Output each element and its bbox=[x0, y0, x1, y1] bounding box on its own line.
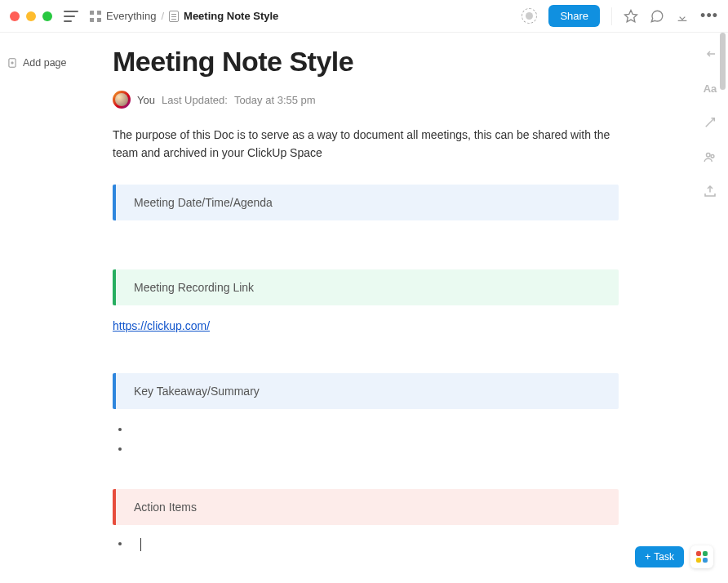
topbar: Everything / Meeting Note Style Share ••… bbox=[0, 0, 728, 33]
export-icon[interactable] bbox=[702, 183, 718, 199]
doc-icon bbox=[169, 11, 179, 22]
maximize-window-button[interactable] bbox=[42, 11, 52, 21]
right-tools: Aa bbox=[702, 46, 718, 199]
collapse-icon[interactable] bbox=[676, 10, 689, 23]
svg-point-2 bbox=[707, 154, 711, 158]
font-icon[interactable]: Aa bbox=[702, 80, 718, 96]
meta-row: You Last Updated: Today at 3:55 pm bbox=[113, 91, 619, 109]
topbar-right: Share ••• bbox=[522, 5, 718, 27]
add-page-label: Add page bbox=[23, 57, 67, 69]
menu-icon[interactable] bbox=[64, 11, 78, 22]
scrollbar[interactable] bbox=[720, 33, 726, 583]
page-title[interactable]: Meeting Note Style bbox=[113, 46, 619, 78]
action-items-list[interactable] bbox=[113, 536, 619, 554]
settings-icon[interactable] bbox=[522, 8, 537, 24]
collaborators-icon[interactable] bbox=[702, 149, 718, 165]
apps-grid-icon bbox=[696, 551, 708, 563]
task-label: Task bbox=[654, 551, 674, 563]
more-icon[interactable]: ••• bbox=[700, 7, 718, 24]
close-window-button[interactable] bbox=[10, 11, 20, 21]
apps-button[interactable] bbox=[690, 545, 713, 568]
recording-link[interactable]: https://clickup.com/ bbox=[113, 319, 210, 332]
divider bbox=[611, 7, 612, 25]
breadcrumb-separator: / bbox=[161, 10, 164, 22]
task-button[interactable]: + Task bbox=[635, 546, 684, 567]
intro-text[interactable]: The purpose of this Doc is to serve as a… bbox=[113, 127, 619, 162]
window-controls bbox=[10, 11, 52, 21]
list-item[interactable] bbox=[131, 442, 619, 460]
avatar[interactable] bbox=[113, 91, 131, 109]
list-item[interactable] bbox=[131, 422, 619, 440]
banner-recording-link[interactable]: Meeting Recording Link bbox=[113, 269, 619, 305]
bottom-actions: + Task bbox=[635, 545, 713, 568]
share-button[interactable]: Share bbox=[548, 5, 600, 27]
comment-icon[interactable] bbox=[650, 9, 664, 24]
minimize-window-button[interactable] bbox=[26, 11, 36, 21]
meta-updated-time: Today at 3:55 pm bbox=[234, 94, 316, 106]
banner-meeting-date[interactable]: Meeting Date/Time/Agenda bbox=[113, 185, 619, 220]
breadcrumb: Everything / Meeting Note Style bbox=[90, 10, 278, 22]
svg-marker-0 bbox=[625, 10, 637, 21]
content-area: Meeting Note Style You Last Updated: Tod… bbox=[82, 33, 728, 583]
takeaway-list[interactable] bbox=[113, 422, 619, 460]
grid-icon bbox=[90, 11, 101, 22]
list-item[interactable] bbox=[131, 536, 619, 554]
scrollbar-thumb[interactable] bbox=[720, 33, 726, 90]
add-page-icon bbox=[7, 57, 18, 69]
plus-icon: + bbox=[645, 551, 650, 563]
magic-icon[interactable] bbox=[702, 114, 718, 131]
indent-icon[interactable] bbox=[702, 46, 718, 62]
breadcrumb-root[interactable]: Everything bbox=[106, 10, 156, 22]
meta-updated-label: Last Updated: bbox=[162, 94, 228, 106]
breadcrumb-current[interactable]: Meeting Note Style bbox=[184, 10, 278, 22]
star-icon[interactable] bbox=[624, 9, 638, 24]
sidebar: Add page bbox=[0, 33, 82, 583]
text-cursor bbox=[140, 538, 141, 551]
svg-point-3 bbox=[711, 154, 714, 158]
layout: Add page Meeting Note Style You Last Upd… bbox=[0, 33, 728, 583]
banner-action-items[interactable]: Action Items bbox=[113, 489, 619, 525]
content-inner: Meeting Note Style You Last Updated: Tod… bbox=[113, 33, 619, 554]
add-page-button[interactable]: Add page bbox=[7, 57, 75, 69]
banner-key-takeaway[interactable]: Key Takeaway/Summary bbox=[113, 373, 619, 409]
meta-author: You bbox=[137, 94, 155, 106]
